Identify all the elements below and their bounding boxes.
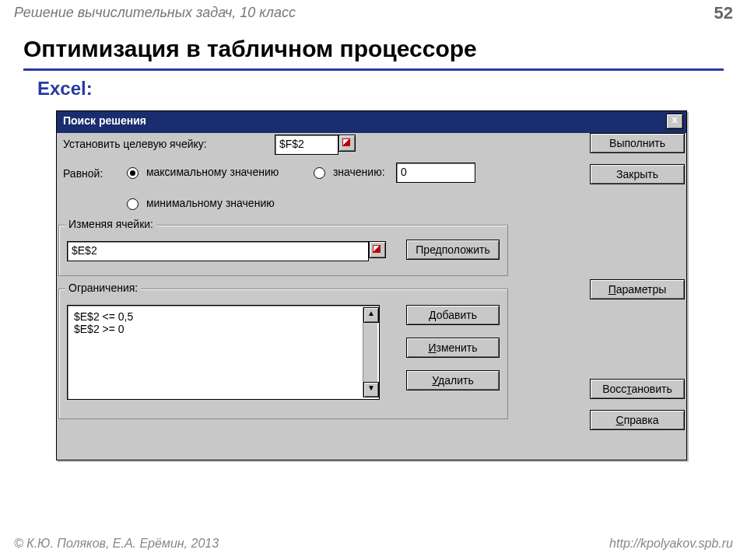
constraints-text: $E$2 <= 0,5 $E$2 >= 0 [68,306,379,340]
scroll-up-icon[interactable]: ▲ [363,307,379,323]
changing-cells-group: Изменяя ячейки: $E$2 Предположить [58,225,508,276]
solver-dialog: Поиск решения x Установить целевую ячейк… [56,110,687,460]
radio-dot-icon [127,167,139,179]
excel-label: Excel: [37,78,93,100]
help-button[interactable]: Справка [590,410,685,430]
title-rule [23,68,724,71]
constraints-list[interactable]: $E$2 <= 0,5 $E$2 >= 0 ▲ ▼ [67,305,380,400]
params-button[interactable]: Параметры [590,279,685,299]
slide-title: Оптимизация в табличном процессоре [23,36,477,62]
radio-dot-icon [314,167,325,179]
page-number: 52 [714,3,733,23]
copyright: © К.Ю. Поляков, Е.А. Ерёмин, 2013 [14,537,219,550]
run-button[interactable]: Выполнить [590,133,685,153]
guess-button[interactable]: Предположить [406,240,500,260]
slide-footer: © К.Ю. Поляков, Е.А. Ерёмин, 2013 http:/… [0,534,747,560]
dialog-titlebar: Поиск решения x [57,111,686,133]
scroll-down-icon[interactable]: ▼ [363,382,379,397]
radio-value-label: значению: [333,166,385,178]
radio-min-label: минимальному значению [146,197,275,209]
change-constraint-button[interactable]: Изменить [406,338,500,358]
course-title: Решение вычислительных задач, 10 класс [14,5,296,20]
constraints-legend: Ограничения: [65,282,141,294]
constraints-group: Ограничения: $E$2 <= 0,5 $E$2 >= 0 ▲ ▼ Д… [58,289,508,419]
restore-button[interactable]: Восстановить [590,379,685,399]
changing-cells-input[interactable]: $E$2 [67,241,369,261]
radio-value[interactable]: значению: [314,166,385,179]
target-value-input[interactable]: 0 [396,163,475,183]
close-button[interactable]: Закрыть [590,164,685,184]
radio-max-label: максимальному значению [146,166,279,178]
footer-url: http://kpolyakov.spb.ru [609,537,733,551]
target-cell-input[interactable]: $F$2 [275,135,338,155]
radio-min[interactable]: минимальному значению [127,197,275,210]
range-picker-icon[interactable] [369,241,386,258]
delete-constraint-button[interactable]: Удалить [406,370,500,390]
add-constraint-button[interactable]: ДДобавитьобавить [406,305,500,325]
range-picker-icon[interactable] [338,135,356,152]
radio-max[interactable]: максимальному значению [127,166,279,179]
close-icon[interactable]: x [666,114,683,129]
dialog-title: Поиск решения [63,114,146,127]
target-cell-label: Установить целевую ячейку: [63,138,207,150]
radio-dot-icon [127,198,139,210]
scrollbar[interactable]: ▲ ▼ [363,307,377,397]
slide-header: Решение вычислительных задач, 10 класс 5… [0,0,747,30]
changing-cells-legend: Изменяя ячейки: [65,218,156,230]
equal-to-label: Равной: [63,167,103,180]
